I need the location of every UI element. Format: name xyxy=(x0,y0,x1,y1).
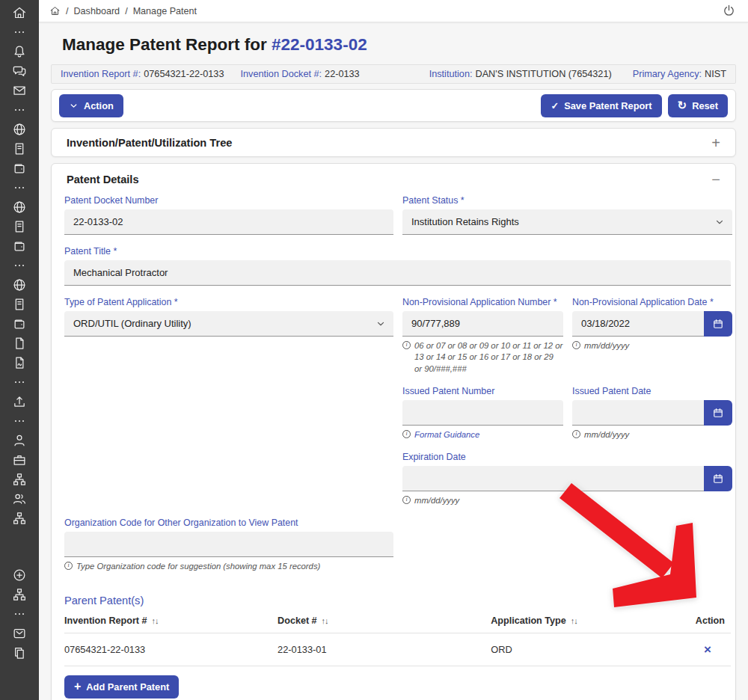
ledger-icon[interactable] xyxy=(12,141,27,156)
breadcrumb-separator: / xyxy=(66,6,69,16)
info-icon xyxy=(402,341,411,349)
sitemap-icon[interactable] xyxy=(12,472,27,487)
copy-icon[interactable] xyxy=(12,645,27,660)
save-button-label: Save Patent Report xyxy=(564,100,652,111)
sitemap-icon[interactable] xyxy=(12,511,27,526)
expiration-date-label: Expiration Date xyxy=(402,452,732,462)
column-header-invention-report[interactable]: Invention Report # xyxy=(64,608,278,633)
type-of-patent-application-select[interactable]: ORD/UTIL (Ordinary Utility) xyxy=(64,311,393,337)
file-icon[interactable] xyxy=(12,336,27,351)
empty-column xyxy=(64,386,393,452)
collapse-minus-icon[interactable] xyxy=(711,172,720,187)
table-cell: 22-0133-01 xyxy=(278,633,491,666)
home-icon[interactable] xyxy=(12,5,27,20)
issued-patent-number-label: Issued Patent Number xyxy=(402,386,563,396)
parent-patents-heading: Parent Patent(s) xyxy=(64,595,731,607)
home-icon[interactable] xyxy=(49,5,61,16)
calendar-icon xyxy=(712,407,724,419)
info-label: Institution: xyxy=(429,69,473,79)
wallet-icon[interactable] xyxy=(12,316,27,331)
non-provisional-application-date-field: Non-Provisional Application Date * mm/dd… xyxy=(572,297,732,375)
column-header-docket[interactable]: Docket # xyxy=(278,608,491,633)
info-label: Invention Report #: xyxy=(61,69,141,79)
table-cell: 07654321-22-0133 xyxy=(64,633,278,666)
content-area: Manage Patent Report for #22-0133-02 Inv… xyxy=(39,22,748,700)
format-guidance-hint: Format Guidance xyxy=(402,429,563,440)
date-format-hint: mm/dd/yyyy xyxy=(402,495,732,506)
globe-icon[interactable] xyxy=(12,200,27,215)
action-cell xyxy=(664,633,731,666)
mail-icon[interactable] xyxy=(12,83,27,98)
datepicker-button[interactable] xyxy=(704,400,732,426)
ledger-icon[interactable] xyxy=(12,219,27,234)
breadcrumb-item[interactable]: Dashboard xyxy=(74,6,120,16)
sort-icon[interactable] xyxy=(152,616,159,625)
info-icon xyxy=(402,430,411,438)
format-guidance-link[interactable]: Format Guidance xyxy=(414,429,479,440)
save-patent-report-button[interactable]: Save Patent Report xyxy=(541,94,661,117)
hint-text: mm/dd/yyyy xyxy=(414,495,459,506)
upload-icon[interactable] xyxy=(12,394,27,409)
patent-status-select[interactable]: Institution Retains Rights xyxy=(402,209,732,235)
sort-icon[interactable] xyxy=(322,616,328,625)
top-bar: /Dashboard/Manage Patent xyxy=(39,0,748,22)
hint-text: Type Organization code for suggestion (s… xyxy=(76,561,320,572)
inbox-icon[interactable] xyxy=(12,626,27,641)
non-provisional-application-date-input[interactable] xyxy=(572,311,704,337)
add-parent-patent-button[interactable]: Add Parent Patent xyxy=(64,675,179,699)
patent-details-accordion[interactable]: Patent Details xyxy=(52,164,735,195)
datepicker-button[interactable] xyxy=(704,311,732,337)
globe-icon[interactable] xyxy=(12,277,27,292)
hint-text: mm/dd/yyyy xyxy=(584,340,629,351)
organization-code-field: Organization Code for Other Organization… xyxy=(64,518,393,572)
hint-text: mm/dd/yyyy xyxy=(584,429,629,440)
bell-icon[interactable] xyxy=(12,44,27,59)
column-header-action: Action xyxy=(664,608,731,633)
action-button[interactable]: Action xyxy=(59,94,123,117)
parent-patents-table: Invention Report #Docket #Application Ty… xyxy=(64,608,731,666)
non-provisional-application-number-input[interactable] xyxy=(402,311,563,337)
invention-patent-utilization-tree-accordion[interactable]: Invention/Patent/Utilization Tree xyxy=(51,128,736,157)
people-icon[interactable] xyxy=(12,491,27,506)
breadcrumb: /Dashboard/Manage Patent xyxy=(49,5,197,16)
organization-code-hint: Type Organization code for suggestion (s… xyxy=(64,561,393,572)
expand-plus-icon[interactable] xyxy=(711,135,720,150)
plus-circle-icon[interactable] xyxy=(12,568,27,583)
briefcase-icon[interactable] xyxy=(12,452,27,467)
plus-icon xyxy=(74,680,81,693)
organization-code-input[interactable] xyxy=(64,532,393,557)
issued-patent-date-input[interactable] xyxy=(572,400,704,426)
sitemap-icon[interactable] xyxy=(12,587,27,602)
reset-button-label: Reset xyxy=(692,100,718,111)
page-title-text: Manage Patent Report for xyxy=(62,35,267,54)
menu-divider-dots-icon xyxy=(12,25,27,40)
chevron-down-icon xyxy=(375,319,386,329)
chat-icon[interactable] xyxy=(12,64,27,79)
globe-icon[interactable] xyxy=(12,122,27,137)
wallet-icon[interactable] xyxy=(12,239,27,254)
date-format-hint: mm/dd/yyyy xyxy=(572,340,732,351)
person-icon[interactable] xyxy=(12,433,27,448)
column-header-application-type[interactable]: Application Type xyxy=(491,608,664,633)
datepicker-button[interactable] xyxy=(704,466,732,491)
expiration-date-input[interactable] xyxy=(402,466,704,491)
add-parent-patent-label: Add Parent Patent xyxy=(86,681,169,693)
wallet-icon[interactable] xyxy=(12,161,27,176)
menu-divider-dots-icon xyxy=(12,102,27,117)
table-row: 07654321-22-013322-0133-01ORD xyxy=(64,633,731,666)
logout-power-button[interactable] xyxy=(720,2,738,19)
info-label: Primary Agency: xyxy=(633,69,702,79)
remove-parent-patent-button[interactable] xyxy=(704,642,711,657)
type-of-patent-application-label: Type of Patent Application * xyxy=(64,297,393,307)
sort-icon[interactable] xyxy=(571,616,577,625)
reset-button[interactable]: Reset xyxy=(668,94,728,117)
breadcrumb-separator: / xyxy=(125,6,128,16)
issued-patent-number-input[interactable] xyxy=(402,400,563,426)
patent-docket-number-input[interactable] xyxy=(64,209,393,235)
non-provisional-application-date-label: Non-Provisional Application Date * xyxy=(572,297,732,307)
file-pdf-icon[interactable] xyxy=(12,355,27,370)
menu-divider-dots-icon xyxy=(12,180,27,195)
patent-title-input[interactable] xyxy=(64,260,731,286)
chevron-down-icon xyxy=(714,217,725,227)
ledger-icon[interactable] xyxy=(12,297,27,312)
